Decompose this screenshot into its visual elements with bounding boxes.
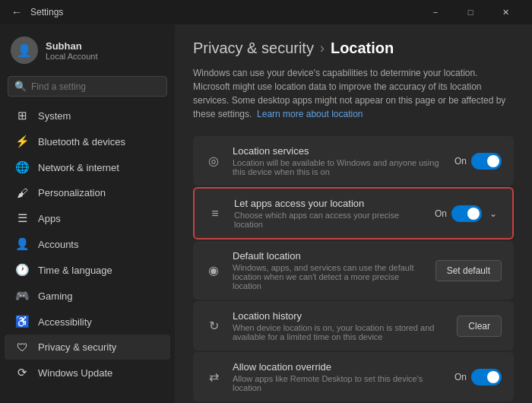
sidebar-item-accessibility[interactable]: ♿ Accessibility [5, 309, 170, 335]
nav-icon-apps: ☰ [15, 211, 29, 225]
setting-item-allow-override: ⇄ Allow location override Allow apps lik… [193, 352, 514, 401]
breadcrumb: Privacy & security › Location [193, 40, 514, 57]
setting-icon-let-apps-access: ≡ [207, 205, 223, 222]
nav-icon-personalization: 🖌 [15, 186, 29, 199]
titlebar-left: ← Settings [9, 5, 418, 20]
user-profile[interactable]: 👤 Subhan Local Account [0, 24, 175, 73]
nav-list: ⊞ System ⚡ Bluetooth & devices 🌐 Network… [0, 103, 175, 386]
nav-icon-privacy: 🛡 [15, 341, 29, 354]
nav-label-system: System [38, 110, 71, 122]
nav-icon-update: ⟳ [15, 366, 29, 379]
setting-icon-location-history: ↻ [205, 318, 222, 335]
sidebar-item-accounts[interactable]: 👤 Accounts [5, 231, 170, 257]
setting-desc-let-apps-access: Choose which apps can access your precis… [234, 211, 424, 229]
settings-list: ◎ Location services Location will be ava… [193, 136, 514, 403]
setting-icon-location-services: ◎ [205, 153, 222, 170]
setting-item-location-history: ↻ Location history When device location … [193, 301, 514, 351]
minimize-button[interactable]: − [418, 0, 453, 24]
search-input[interactable] [31, 81, 160, 92]
nav-icon-network: 🌐 [15, 160, 29, 174]
back-button[interactable]: ← [9, 5, 24, 20]
titlebar-controls: − □ ✕ [418, 0, 523, 24]
sidebar-item-time[interactable]: 🕐 Time & language [5, 257, 170, 283]
setting-desc-default-location: Windows, apps, and services can use the … [233, 263, 425, 290]
nav-icon-time: 🕐 [15, 263, 29, 277]
nav-label-apps: Apps [38, 213, 61, 224]
toggle-container-allow-override: On [454, 369, 502, 386]
setting-title-default-location: Default location [233, 250, 425, 262]
nav-label-update: Windows Update [38, 367, 112, 379]
sidebar-item-privacy[interactable]: 🛡 Privacy & security [5, 335, 170, 360]
user-info: Subhan Local Account [46, 40, 98, 61]
sidebar-item-personalization[interactable]: 🖌 Personalization [5, 180, 170, 205]
main-layout: 👤 Subhan Local Account 🔍 ⊞ System ⚡ Blue… [0, 24, 532, 403]
toggle-container-let-apps-access: On ⌄ [435, 205, 500, 222]
user-name: Subhan [46, 40, 98, 52]
sidebar-item-system[interactable]: ⊞ System [5, 103, 170, 129]
search-box[interactable]: 🔍 [8, 76, 167, 97]
sidebar-item-network[interactable]: 🌐 Network & internet [5, 154, 170, 180]
setting-text-allow-override: Allow location override Allow apps like … [233, 361, 444, 392]
user-sub: Local Account [46, 52, 98, 61]
nav-icon-bluetooth: ⚡ [15, 135, 29, 148]
sidebar: 👤 Subhan Local Account 🔍 ⊞ System ⚡ Blue… [0, 24, 175, 403]
toggle-label-let-apps-access: On [435, 208, 447, 219]
sidebar-item-bluetooth[interactable]: ⚡ Bluetooth & devices [5, 129, 170, 154]
toggle-location-services[interactable] [471, 153, 502, 170]
toggle-let-apps-access[interactable] [451, 205, 482, 222]
setting-title-location-history: Location history [233, 310, 446, 322]
nav-label-time: Time & language [38, 265, 112, 276]
sidebar-item-update[interactable]: ⟳ Windows Update [5, 360, 170, 386]
toggle-allow-override[interactable] [471, 369, 502, 386]
setting-desc-allow-override: Allow apps like Remote Desktop to set th… [233, 374, 444, 392]
nav-label-accounts: Accounts [38, 239, 78, 250]
nav-label-gaming: Gaming [38, 290, 73, 302]
setting-desc-location-history: When device location is on, your locatio… [233, 323, 446, 341]
titlebar: ← Settings − □ ✕ [0, 0, 532, 24]
nav-icon-accounts: 👤 [15, 237, 29, 251]
nav-label-network: Network & internet [38, 162, 119, 173]
setting-text-location-history: Location history When device location is… [233, 310, 446, 341]
sidebar-item-gaming[interactable]: 🎮 Gaming [5, 283, 170, 309]
nav-icon-system: ⊞ [15, 109, 29, 122]
page-description: Windows can use your device's capabiliti… [193, 66, 514, 121]
titlebar-title: Settings [30, 7, 63, 17]
action-button-location-history[interactable]: Clear [457, 316, 502, 337]
setting-title-location-services: Location services [233, 145, 444, 157]
nav-label-privacy: Privacy & security [38, 341, 116, 353]
setting-item-default-location: ◉ Default location Windows, apps, and se… [193, 241, 514, 300]
search-icon: 🔍 [14, 81, 27, 92]
setting-title-let-apps-access: Let apps access your location [234, 198, 424, 209]
nav-label-bluetooth: Bluetooth & devices [38, 136, 125, 148]
setting-icon-allow-override: ⇄ [205, 369, 222, 386]
breadcrumb-arrow: › [320, 40, 325, 56]
setting-desc-location-services: Location will be available to Windows an… [233, 158, 444, 176]
content-area: Privacy & security › Location Windows ca… [175, 24, 532, 403]
toggle-container-location-services: On [454, 153, 502, 170]
setting-icon-default-location: ◉ [205, 262, 222, 279]
chevron-icon-let-apps-access[interactable]: ⌄ [486, 207, 500, 221]
learn-more-link[interactable]: Learn more about location [257, 109, 363, 119]
maximize-button[interactable]: □ [453, 0, 488, 24]
setting-text-let-apps-access: Let apps access your location Choose whi… [234, 198, 424, 229]
toggle-label-location-services: On [454, 156, 467, 167]
nav-icon-accessibility: ♿ [15, 315, 29, 328]
sidebar-item-apps[interactable]: ☰ Apps [5, 205, 170, 231]
nav-label-personalization: Personalization [38, 187, 106, 198]
nav-icon-gaming: 🎮 [15, 289, 29, 303]
close-button[interactable]: ✕ [488, 0, 523, 24]
avatar: 👤 [11, 36, 38, 64]
breadcrumb-section: Privacy & security [193, 40, 314, 57]
setting-item-let-apps-access: ≡ Let apps access your location Choose w… [193, 187, 514, 240]
setting-item-location-services: ◎ Location services Location will be ava… [193, 136, 514, 186]
setting-title-allow-override: Allow location override [233, 361, 444, 373]
toggle-label-allow-override: On [454, 372, 467, 382]
setting-text-default-location: Default location Windows, apps, and serv… [233, 250, 425, 290]
breadcrumb-page: Location [331, 40, 394, 57]
setting-text-location-services: Location services Location will be avail… [233, 145, 444, 176]
nav-label-accessibility: Accessibility [38, 316, 92, 328]
action-button-default-location[interactable]: Set default [435, 260, 502, 281]
